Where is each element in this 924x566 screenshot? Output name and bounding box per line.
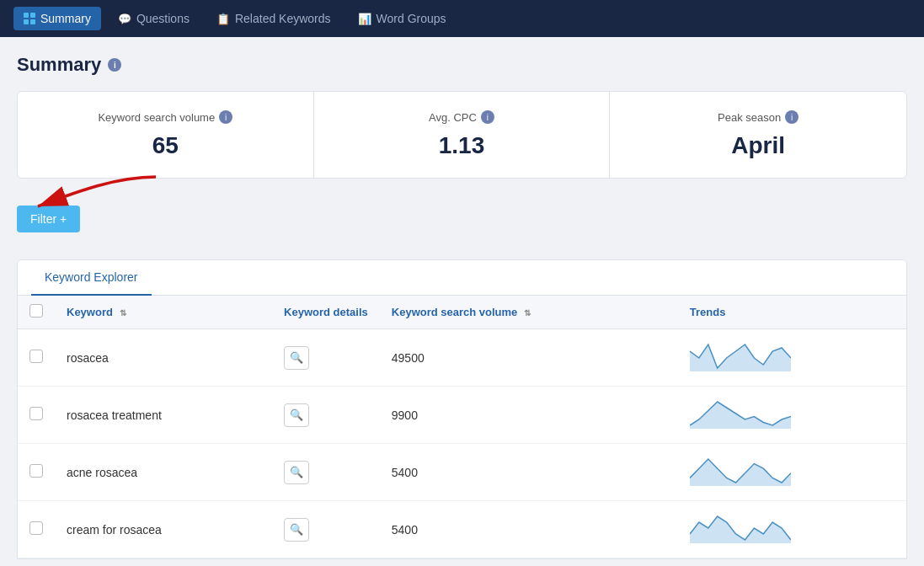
row-checkbox-2[interactable] [29, 464, 43, 478]
tab-keyword-explorer[interactable]: Keyword Explorer [31, 260, 152, 296]
th-keyword-details: Keyword details [272, 296, 380, 329]
volume-cell-1: 9900 [380, 387, 678, 444]
trend-chart-0 [690, 341, 791, 371]
nav-item-related-keywords[interactable]: 📋 Related Keywords [206, 7, 341, 30]
main-content: Summary i Keyword search volume i 65 Avg… [0, 37, 924, 559]
volume-sort-icon: ⇅ [524, 308, 531, 318]
th-checkbox [18, 296, 55, 329]
stat-info-icon-0[interactable]: i [219, 110, 232, 124]
volume-cell-3: 5400 [380, 501, 678, 558]
arrow-annotation [97, 194, 282, 244]
navigation: Summary 💬 Questions 📋 Related Keywords 📊… [0, 0, 924, 37]
keyword-sort-icon: ⇅ [120, 308, 126, 318]
th-trends: Trends [678, 296, 906, 329]
th-search-volume[interactable]: Keyword search volume ⇅ [380, 296, 678, 329]
keyword-table: Keyword ⇅ Keyword details Keyword search… [18, 296, 906, 558]
table-row: rosacea🔍49500 [18, 329, 906, 387]
nav-label-questions: Questions [136, 12, 190, 25]
stat-label-1: Avg. CPC i [331, 110, 593, 124]
table-header-row: Keyword ⇅ Keyword details Keyword search… [18, 296, 906, 329]
nav-label-related-keywords: Related Keywords [235, 12, 331, 25]
filter-area: Filter + [17, 194, 907, 244]
stat-card-peak-season: Peak season i April [610, 92, 906, 178]
table-body: rosacea🔍49500rosacea treatment🔍9900acne … [18, 329, 906, 558]
list-icon: 📋 [216, 13, 230, 25]
row-checkbox-0[interactable] [29, 350, 43, 363]
nav-label-summary: Summary [40, 12, 91, 25]
trend-chart-1 [690, 398, 791, 429]
keyword-cell-3: cream for rosacea [55, 501, 272, 558]
grid-icon [24, 13, 35, 24]
nav-item-questions[interactable]: 💬 Questions [108, 7, 200, 30]
chat-icon: 💬 [118, 13, 131, 25]
select-all-checkbox[interactable] [29, 304, 43, 318]
trends-cell-3 [678, 501, 906, 558]
details-cell-3: 🔍 [272, 501, 380, 558]
details-search-button-3[interactable]: 🔍 [284, 518, 309, 542]
stats-row: Keyword search volume i 65 Avg. CPC i 1.… [17, 91, 907, 179]
th-keyword[interactable]: Keyword ⇅ [55, 296, 272, 329]
stat-card-search-volume: Keyword search volume i 65 [18, 92, 314, 178]
nav-label-word-groups: Word Groups [377, 12, 446, 25]
trend-chart-3 [690, 513, 791, 543]
row-checkbox-3[interactable] [29, 521, 43, 535]
volume-cell-0: 49500 [380, 329, 678, 387]
stat-value-1: 1.13 [331, 132, 593, 159]
trends-cell-0 [678, 329, 906, 387]
page-title: Summary [17, 54, 101, 76]
details-cell-2: 🔍 [272, 444, 380, 501]
details-cell-1: 🔍 [272, 387, 380, 444]
details-search-button-2[interactable]: 🔍 [284, 461, 309, 484]
title-info-icon[interactable]: i [108, 58, 121, 72]
stat-info-icon-1[interactable]: i [481, 110, 494, 124]
details-cell-0: 🔍 [272, 329, 380, 387]
table-row: acne rosacea🔍5400 [18, 444, 906, 501]
details-search-button-1[interactable]: 🔍 [284, 403, 309, 427]
trends-cell-1 [678, 387, 906, 444]
table-icon: 📊 [358, 13, 371, 25]
stat-label-2: Peak season i [627, 110, 889, 124]
volume-cell-2: 5400 [380, 444, 678, 501]
stat-card-avg-cpc: Avg. CPC i 1.13 [314, 92, 611, 178]
row-checkbox-1[interactable] [29, 407, 43, 420]
trend-chart-2 [690, 456, 791, 486]
arrow-svg [0, 168, 173, 219]
nav-item-summary[interactable]: Summary [13, 7, 101, 30]
table-row: cream for rosacea🔍5400 [18, 501, 906, 558]
table-row: rosacea treatment🔍9900 [18, 387, 906, 444]
keyword-cell-2: acne rosacea [55, 444, 272, 501]
stat-value-2: April [627, 132, 889, 159]
stat-label-0: Keyword search volume i [35, 110, 296, 124]
stat-info-icon-2[interactable]: i [785, 110, 798, 124]
keyword-cell-0: rosacea [55, 329, 272, 387]
tab-bar: Keyword Explorer [18, 260, 906, 296]
page-title-row: Summary i [17, 54, 907, 76]
details-search-button-0[interactable]: 🔍 [284, 346, 309, 370]
trends-cell-2 [678, 444, 906, 501]
keyword-cell-1: rosacea treatment [55, 387, 272, 444]
nav-item-word-groups[interactable]: 📊 Word Groups [348, 7, 457, 30]
stat-value-0: 65 [35, 132, 296, 159]
table-section: Keyword Explorer Keyword ⇅ Keyword detai… [17, 259, 907, 559]
